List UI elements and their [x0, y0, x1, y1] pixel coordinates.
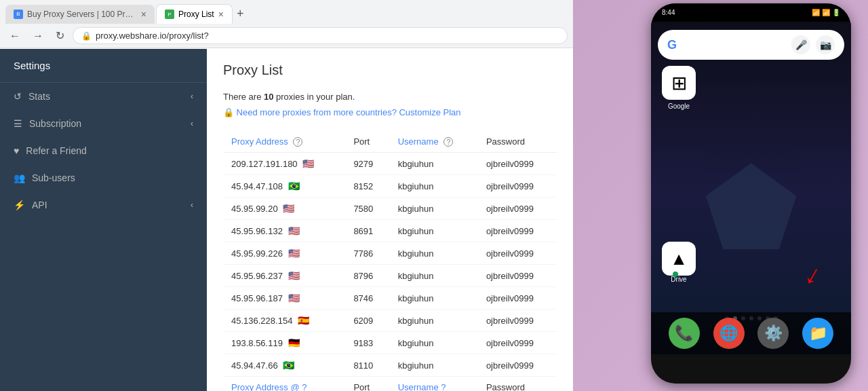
footer-username-help-icon: ?	[441, 382, 446, 391]
cell-username-0: kbgiuhun	[390, 153, 478, 175]
cell-password-2: ojbreilv0999	[478, 198, 557, 220]
customize-text: 🔒 Need more proxies from more countries?…	[223, 107, 461, 117]
phone-google-app[interactable]: ⊞ Google	[662, 66, 696, 110]
lock-icon: 🔒	[81, 31, 92, 41]
google-app-icon[interactable]: ⊞	[662, 66, 696, 100]
th-username[interactable]: Username ?	[390, 131, 478, 153]
info-prefix: There are	[223, 92, 264, 102]
phone-search-bar[interactable]: G 🎤 📷	[658, 30, 844, 60]
drive-app-icon[interactable]: ▲	[662, 242, 696, 276]
th-proxy-address[interactable]: Proxy Address ?	[223, 131, 345, 153]
th-port: Port	[345, 131, 389, 153]
sidebar-item-stats[interactable]: ↺ Stats ‹	[0, 83, 207, 110]
username-help-icon: ?	[443, 137, 453, 147]
mic-icon[interactable]: 🎤	[791, 35, 810, 54]
cell-proxy-5: 45.95.96.237 🇺🇸	[223, 265, 345, 287]
page-title: Proxy List	[223, 62, 557, 78]
tab-2-close[interactable]: ×	[218, 9, 224, 20]
sidebar-item-api[interactable]: ⚡ API ‹	[0, 191, 207, 219]
phone-settings-button[interactable]: ⚙️	[757, 318, 789, 349]
cell-username-2: kbgiuhun	[390, 198, 478, 220]
tab-1-label: Buy Proxy Servers | 100 Proxies f...	[27, 10, 137, 19]
back-button[interactable]: ←	[5, 27, 24, 45]
sidebar-item-subscription-label: Subscription	[29, 118, 81, 129]
table-row: 45.136.228.154 🇪🇸 6209 kbgiuhun ojbreilv…	[223, 310, 557, 332]
cell-port-4: 7786	[345, 242, 389, 265]
cell-port-2: 7580	[345, 198, 389, 220]
sidebar-item-subusers[interactable]: 👥 Sub-users	[0, 164, 207, 191]
phone-files-button[interactable]: 📁	[802, 318, 833, 349]
address-bar: ← → ↻ 🔒 proxy.webshare.io/proxy/list?	[0, 24, 573, 48]
table-footer-row: Proxy Address @ ? Port Username ? Passwo…	[223, 377, 557, 392]
sidebar-item-stats-label: Stats	[28, 91, 50, 102]
sidebar-item-subscription[interactable]: ☰ Subscription ‹	[0, 110, 207, 137]
cell-username-4: kbgiuhun	[390, 242, 478, 265]
cell-port-3: 8691	[345, 220, 389, 242]
phone-drive-app[interactable]: ▲ Drive	[662, 242, 696, 283]
cell-port-5: 8796	[345, 265, 389, 287]
cell-port-6: 8746	[345, 287, 389, 310]
phone-signal-icons: 📶 📶 🔋	[812, 9, 840, 16]
tab-1-close[interactable]: ×	[141, 9, 146, 20]
refer-icon: ♥	[14, 145, 19, 156]
reload-button[interactable]: ↻	[52, 26, 68, 45]
tab-2[interactable]: P Proxy List ×	[156, 4, 233, 24]
drive-app-label: Drive	[671, 276, 686, 283]
table-row: 45.94.47.108 🇧🇷 8152 kbgiuhun ojbreilv09…	[223, 175, 557, 198]
table-row: 45.95.99.226 🇺🇸 7786 kbgiuhun ojbreilv09…	[223, 242, 557, 265]
phone-frame: 8:44 📶 📶 🔋 ⬟ G 🎤 📷 ⊞ Google	[651, 3, 851, 384]
cell-password-7: ojbreilv0999	[478, 310, 557, 332]
tab-bar: B Buy Proxy Servers | 100 Proxies f... ×…	[0, 0, 573, 24]
cell-proxy-0: 209.127.191.180 🇺🇸	[223, 153, 345, 175]
customize-plan-link[interactable]: 🔒 Need more proxies from more countries?…	[223, 107, 557, 117]
tab-1[interactable]: B Buy Proxy Servers | 100 Proxies f... ×	[5, 5, 155, 24]
sidebar: Settings ↺ Stats ‹ ☰ Subscription ‹ ♥ Re…	[0, 49, 207, 391]
api-icon: ⚡	[14, 200, 25, 210]
th-password: Password	[478, 131, 557, 153]
forward-button[interactable]: →	[28, 27, 47, 45]
cell-port-8: 9183	[345, 332, 389, 354]
footer-port: Port	[345, 377, 389, 392]
tab-2-favicon: P	[165, 10, 174, 19]
phone-status-bar: 8:44 📶 📶 🔋	[651, 3, 851, 22]
cell-proxy-2: 45.95.99.20 🇺🇸	[223, 198, 345, 220]
cell-username-7: kbgiuhun	[390, 310, 478, 332]
api-chevron: ‹	[191, 200, 193, 210]
footer-proxy-help-icon: ?	[302, 382, 307, 391]
proxy-count-text: There are 10 proxies in your plan.	[223, 92, 557, 102]
browser-chrome: B Buy Proxy Servers | 100 Proxies f... ×…	[0, 0, 573, 48]
new-tab-button[interactable]: +	[234, 7, 247, 21]
table-row: 209.127.191.180 🇺🇸 9279 kbgiuhun ojbreil…	[223, 153, 557, 175]
tab-1-favicon: B	[14, 10, 23, 19]
stats-chevron: ‹	[191, 92, 193, 101]
phone-search-icons: 🎤 📷	[791, 35, 835, 54]
lens-icon[interactable]: 📷	[816, 35, 835, 54]
cell-username-3: kbgiuhun	[390, 220, 478, 242]
google-logo: G	[667, 38, 677, 52]
cell-proxy-7: 45.136.228.154 🇪🇸	[223, 310, 345, 332]
drive-icon: ▲	[670, 248, 688, 269]
cell-username-6: kbgiuhun	[390, 287, 478, 310]
phone-call-button[interactable]: 📞	[669, 318, 700, 349]
table-row: 193.8.56.119 🇩🇪 9183 kbgiuhun ojbreilv09…	[223, 332, 557, 354]
table-row: 45.95.96.237 🇺🇸 8796 kbgiuhun ojbreilv09…	[223, 265, 557, 287]
proxy-table-body: 209.127.191.180 🇺🇸 9279 kbgiuhun ojbreil…	[223, 153, 557, 377]
cell-proxy-6: 45.95.96.187 🇺🇸	[223, 287, 345, 310]
phone-bottom-dock: 📞 🌐 ⚙️ 📁	[651, 312, 851, 354]
page-container: Settings ↺ Stats ‹ ☰ Subscription ‹ ♥ Re…	[0, 49, 573, 391]
google-app-label: Google	[668, 103, 690, 110]
cell-password-3: ojbreilv0999	[478, 220, 557, 242]
sidebar-settings-title: Settings	[0, 49, 207, 83]
phone-overlay: 8:44 📶 📶 🔋 ⬟ G 🎤 📷 ⊞ Google	[573, 0, 868, 391]
phone-screen[interactable]: ⬟ G 🎤 📷 ⊞ Google ▲	[651, 22, 851, 354]
stats-icon: ↺	[14, 91, 22, 102]
cell-port-9: 8110	[345, 354, 389, 377]
sidebar-item-refer[interactable]: ♥ Refer a Friend	[0, 137, 207, 164]
subusers-icon: 👥	[14, 172, 25, 183]
cell-proxy-8: 193.8.56.119 🇩🇪	[223, 332, 345, 354]
url-bar[interactable]: 🔒 proxy.webshare.io/proxy/list?	[73, 27, 568, 44]
phone-chrome-button[interactable]: 🌐	[713, 318, 745, 349]
cell-password-4: ojbreilv0999	[478, 242, 557, 265]
url-text: proxy.webshare.io/proxy/list?	[96, 31, 209, 41]
cell-password-6: ojbreilv0999	[478, 287, 557, 310]
